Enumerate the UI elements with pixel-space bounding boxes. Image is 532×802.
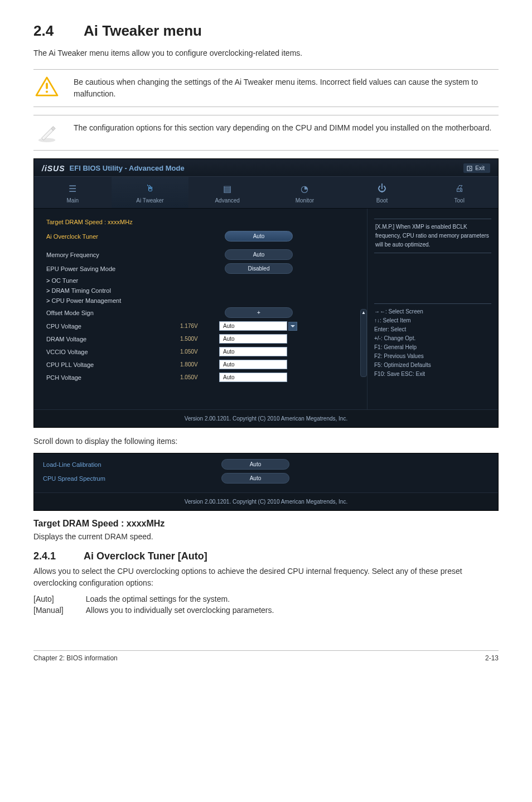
heading-number: 2.4 <box>33 22 84 40</box>
ai-overclock-value[interactable]: Auto <box>225 231 293 241</box>
vccio-voltage-input[interactable]: Auto <box>219 347 287 356</box>
key-general-help: F1: General Help <box>374 343 491 352</box>
bios-title-text: EFI BIOS Utility - Advanced Mode <box>70 164 185 172</box>
memory-frequency-label: Memory Frequency <box>46 252 225 258</box>
bios-tabs: ☰Main 🖱Ai Tweaker ▤Advanced ◔Monitor ⏻Bo… <box>34 177 498 209</box>
power-icon: ⏻ <box>344 182 421 195</box>
key-previous-values: F2: Previous Values <box>374 352 491 361</box>
llc-value[interactable]: Auto <box>221 459 289 470</box>
section-241-body: Allows you to select the CPU overclockin… <box>33 566 499 589</box>
scrollbar[interactable]: ▲ <box>360 309 367 377</box>
key-select-item: ↑↓: Select Item <box>374 316 491 325</box>
vccio-voltage-label: VCCIO Voltage <box>46 349 180 355</box>
pch-voltage-label: PCH Voltage <box>46 374 180 381</box>
dram-voltage-row: DRAM Voltage 1.500V Auto <box>46 334 358 344</box>
cpu-voltage-value: 1.176V <box>180 323 219 329</box>
memory-frequency-value[interactable]: Auto <box>225 249 293 260</box>
intro-text: The Ai Tweaker menu items allow you to c… <box>33 47 499 59</box>
pch-voltage-value: 1.050V <box>180 374 219 380</box>
warning-icon <box>33 76 60 96</box>
cpu-spread-spectrum-row[interactable]: CPU Spread Spectrum Auto <box>43 473 489 484</box>
cpu-pll-voltage-row: CPU PLL Voltage 1.800V Auto <box>46 360 358 369</box>
opt-auto-val: Loads the optimal settings for the syste… <box>86 595 274 606</box>
tab-advanced[interactable]: ▤Advanced <box>188 177 266 208</box>
pen-icon <box>33 122 60 143</box>
svg-point-1 <box>46 90 48 93</box>
pch-voltage-row: PCH Voltage 1.050V Auto <box>46 373 358 382</box>
llc-label: Load-Line Calibration <box>43 461 221 468</box>
bios-title: /iSUS EFI BIOS Utility - Advanced Mode <box>42 164 185 173</box>
dram-voltage-value: 1.500V <box>180 336 219 342</box>
opt-manual-key: [Manual] <box>33 606 86 617</box>
opt-auto-key: [Auto] <box>33 595 86 606</box>
bios-footer-2: Version 2.00.1201. Copyright (C) 2010 Am… <box>34 492 498 510</box>
dram-timing-submenu[interactable]: DRAM Timing Control <box>46 287 358 294</box>
key-enter: Enter: Select <box>374 325 491 334</box>
vccio-voltage-value: 1.050V <box>180 349 219 355</box>
bios-screenshot-scroll: Load-Line Calibration Auto CPU Spread Sp… <box>33 453 499 511</box>
oc-tuner-submenu[interactable]: OC Tuner <box>46 277 358 284</box>
info-note: The configuration options for this secti… <box>33 115 499 151</box>
pch-voltage-input[interactable]: Auto <box>219 373 287 382</box>
opt-manual-val: Allows you to individually set overclock… <box>86 606 274 617</box>
page-heading: 2.4Ai Tweaker menu <box>33 22 499 40</box>
cpu-voltage-input[interactable]: Auto <box>219 321 287 331</box>
warning-note: Be cautious when changing the settings o… <box>33 69 499 107</box>
spread-label: CPU Spread Spectrum <box>43 475 221 482</box>
bios-screenshot-main: /iSUS EFI BIOS Utility - Advanced Mode E… <box>33 158 499 428</box>
epu-label: EPU Power Saving Mode <box>46 265 225 272</box>
section-241-title: Ai Overclock Tuner [Auto] <box>84 550 207 562</box>
spread-value[interactable]: Auto <box>221 473 289 484</box>
target-dram-speed: Target DRAM Speed : xxxxMHz <box>46 219 358 225</box>
list-icon: ☰ <box>34 182 112 195</box>
dram-voltage-input[interactable]: Auto <box>219 334 287 344</box>
gauge-icon: ◔ <box>266 182 344 195</box>
key-change-opt: +/-: Change Opt. <box>374 334 491 343</box>
exit-button[interactable]: Exit <box>463 163 490 173</box>
bios-key-help: →←: Select Screen ↑↓: Select Item Enter:… <box>374 303 491 379</box>
tab-main[interactable]: ☰Main <box>34 177 112 208</box>
key-optimized-defaults: F5: Optimized Defaults <box>374 361 491 370</box>
cpu-pll-voltage-value: 1.800V <box>180 361 219 368</box>
key-save-exit: F10: Save ESC: Exit <box>374 370 491 379</box>
section-241-num: 2.4.1 <box>33 550 84 562</box>
footer-right: 2-13 <box>485 654 499 662</box>
warning-text: Be cautious when changing the settings o… <box>74 76 499 100</box>
vccio-voltage-row: VCCIO Voltage 1.050V Auto <box>46 347 358 356</box>
option-list: [Auto] Loads the optimal settings for th… <box>33 595 274 617</box>
cpu-power-mgmt-submenu[interactable]: CPU Power Management <box>46 297 358 304</box>
offset-mode-row[interactable]: Offset Mode Sign + <box>46 307 358 318</box>
svg-rect-0 <box>46 83 48 89</box>
epu-row[interactable]: EPU Power Saving Mode Disabled <box>46 263 358 274</box>
svg-point-2 <box>38 138 55 143</box>
tab-ai-tweaker[interactable]: 🖱Ai Tweaker <box>112 177 189 208</box>
dropdown-icon[interactable] <box>288 322 297 331</box>
heading-title: Ai Tweaker menu <box>84 22 202 39</box>
load-line-calibration-row[interactable]: Load-Line Calibration Auto <box>43 459 489 470</box>
dram-voltage-label: DRAM Voltage <box>46 336 180 342</box>
asus-logo: /iSUS <box>42 164 65 173</box>
exit-label: Exit <box>475 165 485 171</box>
footer-left: Chapter 2: BIOS information <box>33 654 118 662</box>
cpu-voltage-label: CPU Voltage <box>46 323 180 330</box>
target-dram-body: Displays the current DRAM speed. <box>33 531 499 543</box>
ai-overclock-label: Ai Overclock Tuner <box>46 233 225 240</box>
mouse-icon: 🖱 <box>112 182 189 195</box>
ai-overclock-tuner-row[interactable]: Ai Overclock Tuner Auto <box>46 231 358 241</box>
bios-footer: Version 2.00.1201. Copyright (C) 2010 Am… <box>34 409 498 427</box>
scroll-hint: Scroll down to display the following ite… <box>33 436 499 447</box>
scroll-up-icon[interactable]: ▲ <box>361 310 366 316</box>
tab-boot[interactable]: ⏻Boot <box>344 177 421 208</box>
key-select-screen: →←: Select Screen <box>374 307 491 316</box>
offset-mode-value[interactable]: + <box>225 307 293 318</box>
info-text: The configuration options for this secti… <box>74 122 499 134</box>
chip-icon: ▤ <box>188 182 266 195</box>
tab-monitor[interactable]: ◔Monitor <box>266 177 344 208</box>
section-241-heading: 2.4.1Ai Overclock Tuner [Auto] <box>33 550 499 562</box>
cpu-pll-voltage-label: CPU PLL Voltage <box>46 361 180 368</box>
memory-frequency-row[interactable]: Memory Frequency Auto <box>46 249 358 260</box>
epu-value[interactable]: Disabled <box>225 263 293 274</box>
cpu-pll-voltage-input[interactable]: Auto <box>219 360 287 369</box>
tab-tool[interactable]: 🖨Tool <box>420 177 498 208</box>
exit-icon <box>467 166 472 171</box>
